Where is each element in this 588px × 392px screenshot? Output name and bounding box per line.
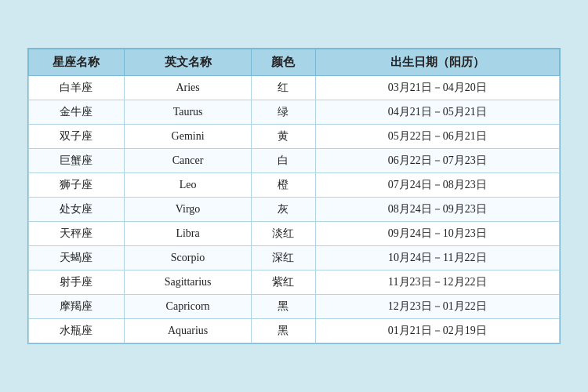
cell-color: 白 — [252, 149, 315, 173]
cell-date: 05月22日－06月21日 — [315, 125, 559, 149]
table-row: 射手座Sagittarius紫红11月23日－12月22日 — [29, 270, 560, 295]
cell-date: 04月21日－05月21日 — [315, 100, 559, 125]
header-en-name: 英文名称 — [124, 49, 251, 76]
cell-en-name: Aquarius — [124, 319, 251, 343]
zodiac-table-wrapper: 星座名称 英文名称 颜色 出生日期（阳历） 白羊座Aries红03月21日－04… — [27, 48, 561, 344]
table-row: 天蝎座Scorpio深红10月24日－11月22日 — [29, 246, 560, 270]
table-row: 摩羯座Capricorn黑12月23日－01月22日 — [29, 295, 560, 319]
cell-cn-name: 白羊座 — [29, 76, 125, 100]
header-color: 颜色 — [252, 49, 315, 76]
table-row: 巨蟹座Cancer白06月22日－07月23日 — [29, 149, 560, 173]
cell-cn-name: 射手座 — [29, 270, 125, 295]
cell-cn-name: 处女座 — [29, 198, 125, 222]
zodiac-table: 星座名称 英文名称 颜色 出生日期（阳历） 白羊座Aries红03月21日－04… — [28, 49, 560, 343]
header-cn-name: 星座名称 — [29, 49, 125, 76]
table-row: 处女座Virgo灰08月24日－09月23日 — [29, 198, 560, 222]
cell-en-name: Libra — [124, 222, 251, 246]
table-row: 天秤座Libra淡红09月24日－10月23日 — [29, 222, 560, 246]
header-date: 出生日期（阳历） — [315, 49, 559, 76]
cell-en-name: Leo — [124, 173, 251, 198]
cell-en-name: Taurus — [124, 100, 251, 125]
cell-color: 深红 — [252, 246, 315, 270]
cell-color: 紫红 — [252, 270, 315, 295]
cell-en-name: Aries — [124, 76, 251, 100]
cell-date: 01月21日－02月19日 — [315, 319, 559, 343]
table-row: 水瓶座Aquarius黑01月21日－02月19日 — [29, 319, 560, 343]
cell-date: 06月22日－07月23日 — [315, 149, 559, 173]
table-row: 狮子座Leo橙07月24日－08月23日 — [29, 173, 560, 198]
cell-cn-name: 狮子座 — [29, 173, 125, 198]
cell-date: 07月24日－08月23日 — [315, 173, 559, 198]
cell-color: 淡红 — [252, 222, 315, 246]
cell-cn-name: 水瓶座 — [29, 319, 125, 343]
cell-en-name: Cancer — [124, 149, 251, 173]
cell-cn-name: 金牛座 — [29, 100, 125, 125]
cell-en-name: Gemini — [124, 125, 251, 149]
cell-cn-name: 天蝎座 — [29, 246, 125, 270]
cell-date: 08月24日－09月23日 — [315, 198, 559, 222]
cell-color: 黄 — [252, 125, 315, 149]
cell-color: 橙 — [252, 173, 315, 198]
cell-cn-name: 天秤座 — [29, 222, 125, 246]
cell-color: 绿 — [252, 100, 315, 125]
cell-color: 黑 — [252, 319, 315, 343]
cell-cn-name: 巨蟹座 — [29, 149, 125, 173]
cell-en-name: Sagittarius — [124, 270, 251, 295]
table-row: 金牛座Taurus绿04月21日－05月21日 — [29, 100, 560, 125]
cell-color: 黑 — [252, 295, 315, 319]
cell-en-name: Capricorn — [124, 295, 251, 319]
cell-date: 09月24日－10月23日 — [315, 222, 559, 246]
table-row: 白羊座Aries红03月21日－04月20日 — [29, 76, 560, 100]
cell-color: 灰 — [252, 198, 315, 222]
cell-color: 红 — [252, 76, 315, 100]
table-row: 双子座Gemini黄05月22日－06月21日 — [29, 125, 560, 149]
cell-date: 10月24日－11月22日 — [315, 246, 559, 270]
cell-cn-name: 双子座 — [29, 125, 125, 149]
cell-date: 03月21日－04月20日 — [315, 76, 559, 100]
cell-en-name: Scorpio — [124, 246, 251, 270]
cell-en-name: Virgo — [124, 198, 251, 222]
cell-date: 12月23日－01月22日 — [315, 295, 559, 319]
table-header-row: 星座名称 英文名称 颜色 出生日期（阳历） — [29, 49, 560, 76]
cell-date: 11月23日－12月22日 — [315, 270, 559, 295]
cell-cn-name: 摩羯座 — [29, 295, 125, 319]
